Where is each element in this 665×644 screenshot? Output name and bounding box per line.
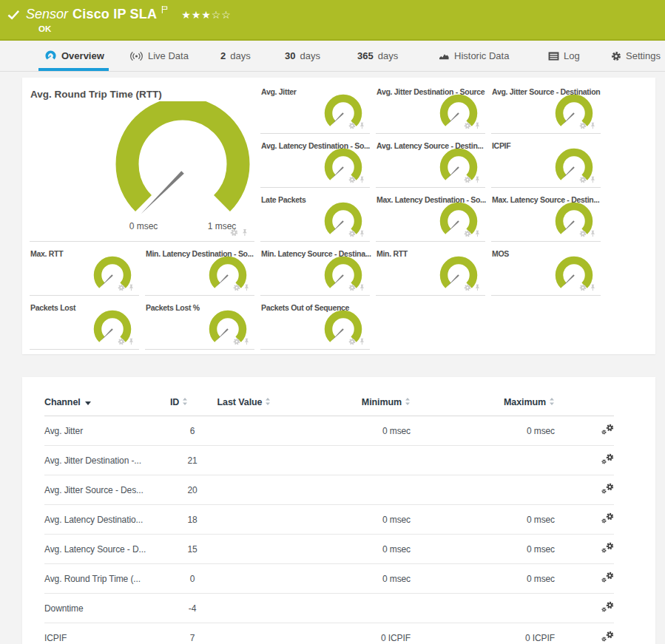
gear-icon[interactable] (348, 284, 356, 291)
column-header-last-value[interactable]: Last Value (215, 396, 274, 416)
pin-icon[interactable] (473, 284, 481, 291)
gear-icon[interactable] (233, 338, 240, 345)
gauge-tile: Packets Lost (30, 301, 139, 350)
tab-365-days-value: 365 (357, 50, 374, 61)
sort-icon (182, 397, 188, 406)
pin-icon[interactable] (243, 284, 250, 291)
pin-icon[interactable] (589, 176, 596, 183)
channel-minimum-cell: 0 msec (274, 535, 411, 564)
channel-settings-gears-icon[interactable] (601, 601, 614, 613)
channel-id-cell: 18 (170, 505, 215, 535)
check-icon (7, 10, 20, 20)
tab-overview[interactable]: Overview (44, 41, 104, 71)
column-header-id[interactable]: ID (170, 396, 215, 416)
gear-icon[interactable] (579, 176, 587, 183)
tab-2-days[interactable]: 2 days (220, 41, 251, 71)
main-gauge-tile: Avg. Round Trip Time (RTT) 0 msec 1 msec (30, 85, 254, 242)
pin-icon[interactable] (358, 338, 365, 345)
gauge-icon (44, 50, 57, 62)
pin-icon[interactable] (589, 122, 596, 129)
sensor-kind-label: Sensor (26, 7, 68, 22)
stars-empty[interactable]: ☆☆ (212, 9, 232, 21)
pin-icon[interactable] (240, 228, 249, 237)
pin-icon[interactable] (127, 338, 135, 345)
gear-icon[interactable] (579, 122, 587, 129)
channel-minimum-cell: 0 msec (274, 564, 411, 594)
gear-icon[interactable] (233, 284, 240, 291)
channel-table-body: Avg. Jitter 6 0 msec 0 msec Avg. Jitter … (44, 416, 614, 644)
column-header-minimum[interactable]: Minimum (274, 396, 411, 416)
gear-icon[interactable] (464, 122, 471, 129)
channel-settings-gears-icon[interactable] (601, 483, 614, 495)
pin-icon[interactable] (473, 230, 481, 237)
tab-settings[interactable]: Settings (611, 41, 661, 71)
channel-name-cell: Avg. Latency Source - D... (44, 535, 170, 564)
channel-minimum-cell: 0 msec (274, 505, 411, 535)
channel-minimum-cell (274, 475, 411, 505)
pin-icon[interactable] (473, 176, 481, 183)
table-row: Avg. Jitter Destination -... 21 (44, 446, 614, 475)
channel-minimum-cell (274, 446, 411, 475)
channel-settings-gears-icon[interactable] (601, 572, 614, 583)
channel-name-cell: Downtime (44, 594, 170, 623)
tab-30-days-value: 30 (285, 50, 295, 61)
channel-settings-gears-icon[interactable] (601, 542, 614, 554)
gear-icon[interactable] (348, 338, 356, 345)
gauge-tile: Packets Out of Sequence (260, 301, 370, 350)
gear-icon[interactable] (230, 228, 238, 237)
tab-historic-data[interactable]: Historic Data (439, 41, 509, 71)
channel-id-cell: 0 (170, 564, 215, 594)
pin-icon[interactable] (589, 230, 596, 237)
gear-icon[interactable] (579, 230, 587, 237)
gear-icon[interactable] (464, 176, 471, 183)
channel-maximum-cell: 0 msec (411, 535, 555, 564)
tab-live-data[interactable]: Live Data (129, 41, 189, 71)
sort-icon (405, 397, 411, 406)
table-row: Avg. Latency Destinatio... 18 0 msec 0 m… (44, 505, 614, 535)
pin-icon[interactable] (243, 338, 250, 345)
channel-id-cell: -4 (170, 594, 215, 623)
pin-icon[interactable] (589, 284, 596, 291)
tab-log[interactable]: Log (548, 41, 580, 71)
gear-icon[interactable] (579, 284, 587, 291)
channel-settings-gears-icon[interactable] (601, 631, 614, 643)
tab-2-days-value: 2 (220, 50, 226, 61)
tab-30-days-label: days (300, 50, 320, 61)
tab-365-days-label: days (378, 50, 398, 61)
tab-settings-label: Settings (626, 50, 661, 61)
gear-icon[interactable] (348, 122, 356, 129)
priority-stars[interactable]: ★★★☆☆ (181, 9, 232, 21)
column-header-channel[interactable]: Channel (44, 396, 170, 416)
gear-icon (611, 51, 621, 61)
gauges-panel: Avg. Round Trip Time (RTT) 0 msec 1 msec… (22, 78, 655, 354)
channel-last-value-cell (215, 564, 274, 594)
gear-icon[interactable] (118, 338, 125, 345)
gear-icon[interactable] (118, 284, 125, 291)
area-chart-icon (439, 51, 450, 61)
tab-30-days[interactable]: 30 days (285, 41, 320, 71)
stars-filled[interactable]: ★★★ (181, 9, 212, 21)
gauge-scale-min: 0 msec (121, 221, 166, 231)
channel-name-cell: Avg. Jitter (44, 416, 170, 446)
gear-icon[interactable] (464, 284, 471, 291)
gear-icon[interactable] (464, 230, 471, 237)
pin-icon[interactable] (473, 122, 481, 129)
pin-icon[interactable] (127, 284, 135, 291)
pin-icon[interactable] (358, 284, 365, 291)
column-header-maximum[interactable]: Maximum (411, 396, 555, 416)
tab-365-days[interactable]: 365 days (357, 41, 398, 71)
flag-icon[interactable] (161, 5, 168, 14)
tab-bar: Overview Live Data 2 days 30 days 365 da… (0, 41, 665, 72)
channel-maximum-cell (411, 475, 555, 505)
pin-icon[interactable] (358, 176, 365, 183)
pin-icon[interactable] (358, 230, 365, 237)
channel-settings-gears-icon[interactable] (601, 424, 614, 435)
channel-last-value-cell (215, 535, 274, 564)
channel-settings-gears-icon[interactable] (601, 453, 614, 465)
pin-icon[interactable] (358, 122, 365, 129)
tab-log-label: Log (564, 50, 580, 61)
channel-settings-gears-icon[interactable] (601, 512, 614, 524)
gear-icon[interactable] (348, 176, 356, 183)
gauges-grid: Avg. Round Trip Time (RTT) 0 msec 1 msec… (22, 78, 655, 350)
gear-icon[interactable] (348, 230, 356, 237)
